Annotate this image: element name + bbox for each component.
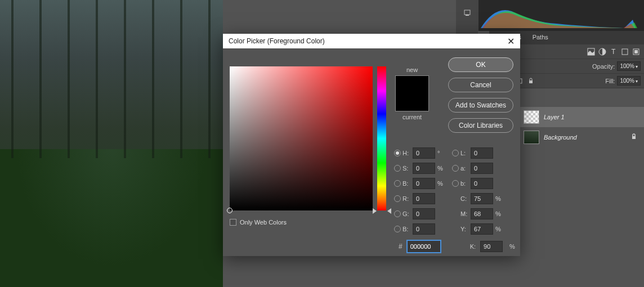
bb-radio[interactable] — [394, 226, 401, 232]
bv-label: B: — [402, 180, 413, 187]
c-unit: % — [495, 195, 502, 202]
add-swatches-button[interactable]: Add to Swatches — [448, 98, 513, 113]
c-label: C: — [460, 195, 471, 202]
color-swatch[interactable] — [395, 75, 429, 111]
only-web-colors-checkbox[interactable] — [230, 219, 236, 226]
histogram-panel — [478, 0, 644, 31]
hex-hash-label: # — [399, 243, 402, 250]
m-label: M: — [460, 210, 471, 217]
layer-thumb[interactable] — [524, 131, 539, 144]
h-unit: ° — [437, 150, 444, 156]
filter-img-icon[interactable] — [587, 47, 596, 56]
l-radio[interactable] — [452, 150, 459, 156]
new-color-label: new — [395, 66, 429, 73]
g-label: G: — [402, 210, 413, 217]
filter-type-icon[interactable]: T — [609, 47, 618, 56]
color-libraries-button[interactable]: Color Libraries — [448, 118, 513, 133]
l-label: L: — [460, 150, 471, 156]
r-label: R: — [402, 195, 413, 202]
layer-thumb[interactable] — [524, 110, 539, 124]
a-label: a: — [460, 165, 471, 172]
current-color-label: current — [395, 114, 429, 120]
user-icon[interactable] — [463, 8, 472, 17]
c-input[interactable] — [471, 193, 493, 204]
svg-rect-13 — [632, 136, 636, 139]
s-input[interactable] — [413, 163, 435, 174]
opacity-value[interactable]: 100% — [617, 61, 641, 71]
canvas-background-bottom — [223, 256, 456, 287]
only-web-colors-label: Only Web Colors — [240, 219, 287, 226]
r-radio[interactable] — [394, 195, 401, 202]
b-lab-radio[interactable] — [452, 180, 459, 187]
mini-tool-column — [456, 0, 478, 34]
layer-row[interactable]: Layer 1 — [520, 107, 644, 127]
cancel-button[interactable]: Cancel — [448, 78, 513, 92]
filter-smart-icon[interactable] — [632, 47, 641, 56]
bv-radio[interactable] — [394, 180, 401, 187]
opacity-label: Opacity: — [592, 63, 615, 70]
k-input[interactable] — [480, 241, 503, 252]
canvas-background-top — [223, 0, 456, 34]
b-lab-input[interactable] — [471, 178, 493, 189]
histogram-curve — [478, 0, 644, 31]
canvas-image[interactable] — [0, 0, 223, 287]
svg-rect-12 — [529, 80, 533, 83]
svg-rect-1 — [466, 15, 469, 16]
hex-input[interactable] — [407, 240, 441, 253]
svg-text:T: T — [611, 48, 616, 56]
g-radio[interactable] — [394, 210, 401, 217]
hue-marker-left-icon[interactable] — [373, 208, 377, 214]
hue-marker-right-icon[interactable] — [387, 208, 391, 214]
fill-value[interactable]: 100% — [617, 76, 641, 86]
y-input[interactable] — [471, 223, 493, 235]
saturation-brightness-field[interactable] — [230, 66, 373, 210]
bv-unit: % — [437, 180, 444, 187]
filter-adjust-icon[interactable] — [598, 47, 607, 56]
h-label: H: — [402, 150, 413, 156]
layers-list: Layer 1 Background — [520, 107, 644, 147]
k-label: K: — [470, 243, 476, 250]
s-radio[interactable] — [394, 165, 401, 172]
h-input[interactable] — [413, 147, 435, 159]
filter-shape-icon[interactable] — [620, 47, 629, 56]
layer-row[interactable]: Background — [520, 127, 644, 147]
s-unit: % — [437, 165, 444, 172]
k-unit: % — [509, 243, 516, 250]
dialog-title-text: Color Picker (Foreground Color) — [229, 37, 325, 45]
y-unit: % — [495, 226, 502, 232]
ok-button[interactable]: OK — [448, 57, 513, 72]
lock-all-icon[interactable] — [526, 77, 535, 86]
svg-rect-7 — [634, 50, 638, 53]
layer-name[interactable]: Background — [544, 134, 577, 141]
dialog-titlebar[interactable]: Color Picker (Foreground Color) ✕ — [223, 34, 520, 48]
h-radio[interactable] — [394, 150, 401, 156]
sb-cursor-icon[interactable] — [227, 208, 232, 213]
m-unit: % — [495, 210, 502, 217]
layer-name[interactable]: Layer 1 — [544, 114, 565, 120]
svg-rect-5 — [622, 49, 628, 55]
close-icon[interactable]: ✕ — [507, 36, 515, 47]
color-picker-dialog: Color Picker (Foreground Color) ✕ new cu… — [223, 34, 520, 256]
g-input[interactable] — [413, 208, 435, 219]
s-label: S: — [402, 165, 413, 172]
bb-input[interactable] — [413, 223, 435, 235]
r-input[interactable] — [413, 193, 435, 204]
y-label: Y: — [460, 226, 471, 232]
bv-input[interactable] — [413, 178, 435, 189]
a-input[interactable] — [471, 163, 493, 174]
m-input[interactable] — [471, 208, 493, 219]
lock-icon[interactable] — [630, 133, 637, 142]
hue-slider[interactable] — [377, 66, 386, 210]
bb-label: B: — [402, 226, 413, 232]
a-radio[interactable] — [452, 165, 459, 172]
l-input[interactable] — [471, 147, 493, 159]
tab-paths[interactable]: Paths — [527, 31, 554, 44]
fill-label: Fill: — [605, 78, 615, 84]
svg-rect-0 — [464, 10, 470, 15]
b-lab-label: b: — [460, 180, 471, 187]
